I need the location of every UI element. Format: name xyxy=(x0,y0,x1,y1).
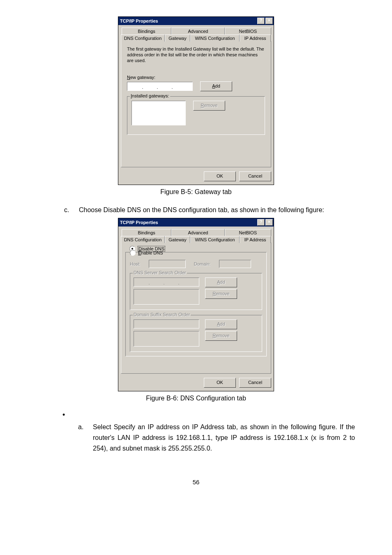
dialog-title: TCP/IP Properties xyxy=(120,18,158,23)
step-a-text: Select Specify an IP address on IP Addre… xyxy=(93,422,355,454)
step-c-text: Choose Disable DNS on the DNS configurat… xyxy=(79,205,324,215)
tab-gateway[interactable]: Gateway xyxy=(165,35,190,42)
tab-ip-address[interactable]: IP Address xyxy=(240,35,271,42)
tab-advanced[interactable]: Advanced xyxy=(171,229,224,236)
domain-suffix-input[interactable] xyxy=(134,319,199,328)
new-gateway-label: New gateway: xyxy=(127,75,265,80)
help-icon[interactable]: ? xyxy=(257,18,265,24)
tab-dns-configuration[interactable]: DNS Configuration xyxy=(121,35,165,42)
host-label: Host: xyxy=(130,261,141,266)
new-gateway-input[interactable]: . . . xyxy=(127,82,193,91)
domain-label: Domain: xyxy=(194,261,211,266)
dns-remove-button[interactable]: Remove xyxy=(205,289,237,299)
close-icon[interactable]: × xyxy=(265,219,273,226)
page-number: 56 xyxy=(37,479,355,486)
installed-gateways-label: Installed gateways: xyxy=(130,93,170,98)
ok-button[interactable]: OK xyxy=(204,378,236,388)
domain-suffix-search-order-label: Domain Suffix Search Order xyxy=(133,312,191,317)
enable-dns-radio[interactable]: Enable DNS xyxy=(130,250,262,256)
tab-netbios[interactable]: NetBIOS xyxy=(225,28,271,35)
bullet: • xyxy=(62,411,355,419)
tab-netbios[interactable]: NetBIOS xyxy=(225,229,271,236)
tab-bindings[interactable]: Bindings xyxy=(122,28,171,35)
dns-server-ip-input[interactable]: . . . xyxy=(134,278,199,287)
host-input[interactable] xyxy=(149,260,186,268)
cancel-button[interactable]: Cancel xyxy=(239,378,271,388)
tab-dns-configuration[interactable]: DNS Configuration xyxy=(121,236,165,243)
suffix-add-button[interactable]: Add xyxy=(205,319,237,329)
enable-dns-label: Enable DNS xyxy=(138,250,163,255)
tab-bindings[interactable]: Bindings xyxy=(122,229,171,236)
domain-input[interactable] xyxy=(219,260,251,268)
dns-server-list[interactable] xyxy=(134,289,199,305)
domain-suffix-list[interactable] xyxy=(134,331,199,347)
tab-wins-configuration[interactable]: WINS Configuration xyxy=(190,35,240,42)
titlebar: TCP/IP Properties ? × xyxy=(118,17,274,25)
tab-advanced[interactable]: Advanced xyxy=(171,28,224,35)
cancel-button[interactable]: Cancel xyxy=(239,171,271,181)
titlebar: TCP/IP Properties ? × xyxy=(118,218,274,227)
figure-b5-caption: Figure B-5: Gateway tab xyxy=(37,188,355,196)
figure-b6-caption: Figure B-6: DNS Configuration tab xyxy=(37,395,355,402)
help-icon[interactable]: ? xyxy=(257,219,265,226)
dialog-title: TCP/IP Properties xyxy=(120,220,158,225)
suffix-remove-button[interactable]: Remove xyxy=(205,331,237,341)
close-icon[interactable]: × xyxy=(265,18,273,24)
remove-button[interactable]: Remove xyxy=(193,101,225,111)
tcpip-properties-dialog-gateway: TCP/IP Properties ? × Bindings Advanced … xyxy=(118,16,274,185)
list-marker-c: c. xyxy=(64,205,79,215)
tab-ip-address[interactable]: IP Address xyxy=(240,236,271,243)
ok-button[interactable]: OK xyxy=(204,171,236,181)
add-button[interactable]: Add xyxy=(200,81,232,91)
installed-gateways-list[interactable] xyxy=(131,101,186,125)
gateway-instructions: The first gateway in the Installed Gatew… xyxy=(127,46,265,63)
list-marker-a: a. xyxy=(78,422,93,454)
tab-wins-configuration[interactable]: WINS Configuration xyxy=(190,236,240,243)
tab-gateway[interactable]: Gateway xyxy=(165,236,190,243)
tcpip-properties-dialog-dns: TCP/IP Properties ? × Bindings Advanced … xyxy=(118,218,274,391)
dns-server-search-order-label: DNS Server Search Order xyxy=(133,270,187,275)
radio-icon xyxy=(130,250,136,256)
dns-add-button[interactable]: Add xyxy=(205,278,237,287)
